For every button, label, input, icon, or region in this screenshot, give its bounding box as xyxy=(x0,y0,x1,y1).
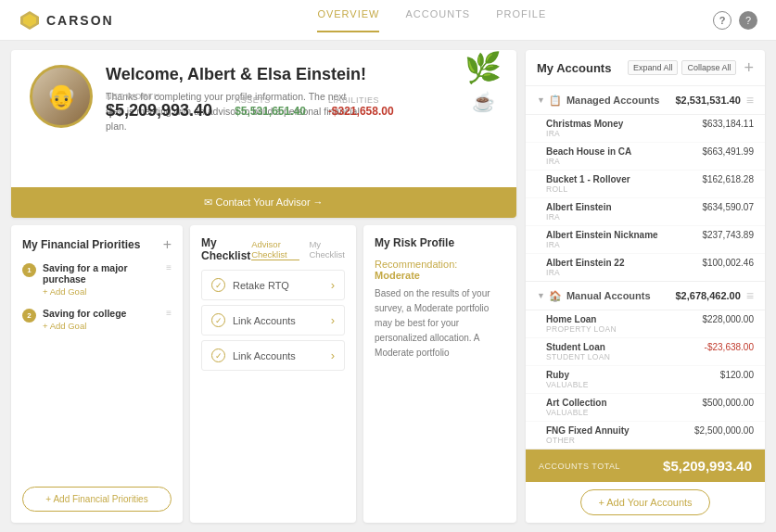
priority-name-1: Saving for a major purchase xyxy=(43,262,159,285)
accounts-plus-icon[interactable]: + xyxy=(744,59,754,76)
priority-add-1[interactable]: + Add Goal xyxy=(43,286,159,297)
financial-priorities-card: My Financial Priorities + 1 Saving for a… xyxy=(11,225,183,523)
header-actions: ? ? xyxy=(713,11,757,30)
add-accounts-btn[interactable]: + Add Your Accounts xyxy=(580,489,709,515)
account-name: Albert Einstein Nickname xyxy=(546,230,658,240)
checklist-item-2[interactable]: ✓ Link Accounts › xyxy=(201,340,345,371)
priority-num-2: 2 xyxy=(22,309,36,323)
account-name: Beach House in CA xyxy=(546,146,631,157)
recommendation-prefix: Recommendation: xyxy=(375,259,457,270)
accounts-header: My Accounts Expand All Collapse All + xyxy=(526,50,765,86)
priority-num-1: 1 xyxy=(22,263,36,277)
contact-advisor-btn[interactable]: ✉ Contact Your Advisor → xyxy=(11,187,516,218)
manual-accounts-icon: 🏠 xyxy=(549,290,562,302)
account-item-art-collection: Art Collection VALUABLE $500,000.00 xyxy=(526,394,765,422)
account-value: $228,000.00 xyxy=(702,314,754,334)
account-item-albert-22: Albert Einstein 22 IRA $100,002.46 xyxy=(526,254,765,282)
account-item-christmas-money: Christmas Money IRA $633,184.11 xyxy=(526,115,765,143)
total-label: ACCOUNTS TOTAL xyxy=(539,462,620,471)
chevron-right-0: › xyxy=(331,278,335,292)
user-icon[interactable]: ? xyxy=(739,11,757,30)
account-name: Albert Einstein xyxy=(546,202,612,212)
priorities-title: My Financial Priorities xyxy=(22,238,140,251)
account-item-beach-house: Beach House in CA IRA $663,491.99 xyxy=(526,143,765,171)
account-sub: IRA xyxy=(546,240,658,249)
checklist-card: My Checklist Advisor Checklist My Checkl… xyxy=(190,225,356,523)
liabilities-label: LIABILITIES xyxy=(328,95,394,105)
checklist-label-2: Link Accounts xyxy=(233,350,296,361)
checklist-item-0[interactable]: ✓ Retake RTQ › xyxy=(201,270,345,300)
assets-value: $5,531,651.40 xyxy=(235,105,306,118)
account-value: $663,491.99 xyxy=(702,146,754,166)
priority-item-1: 1 Saving for a major purchase + Add Goal… xyxy=(22,262,172,297)
collapse-all-btn[interactable]: Collapse All xyxy=(681,60,736,75)
manual-accounts-total: $2,678,462.00 xyxy=(675,290,740,301)
account-sub: IRA xyxy=(546,268,624,277)
priority-add-2[interactable]: + Add Goal xyxy=(43,321,159,331)
risk-description: Based on the results of your survey, a M… xyxy=(375,286,505,361)
nav-profile[interactable]: PROFILE xyxy=(496,8,546,32)
priorities-add-icon[interactable]: + xyxy=(163,236,172,253)
checklist-label-1: Link Accounts xyxy=(233,315,296,326)
left-column: 👴 Welcome, Albert & Elsa Einstein! Thank… xyxy=(11,50,516,523)
account-item-home-loan: Home Loan PROPERTY LOAN $228,000.00 xyxy=(526,310,765,338)
account-item-student-loan: Student Loan STUDENT LOAN -$23,638.00 xyxy=(526,338,765,366)
account-sub: STUDENT LOAN xyxy=(546,352,610,361)
managed-accounts-total: $2,531,531.40 xyxy=(675,95,740,106)
manual-accounts-menu[interactable]: ≡ xyxy=(746,288,754,303)
plant-icon: 🌿 xyxy=(464,50,502,85)
account-sub: OTHER xyxy=(546,436,630,445)
account-name: Student Loan xyxy=(546,342,610,352)
account-value: $162,618.28 xyxy=(702,174,754,194)
tab-advisor-checklist[interactable]: Advisor Checklist xyxy=(251,239,299,260)
coffee-icon: ☕ xyxy=(472,91,495,113)
checklist-tabs: Advisor Checklist My Checklist xyxy=(251,239,345,260)
expand-all-btn[interactable]: Expand All xyxy=(628,60,679,75)
help-icon[interactable]: ? xyxy=(713,11,731,30)
nav-accounts[interactable]: ACCOUNTS xyxy=(405,8,470,32)
bottom-cards: My Financial Priorities + 1 Saving for a… xyxy=(11,225,516,523)
main-nav: OVERVIEW ACCOUNTS PROFILE xyxy=(151,8,713,32)
stats-row: NET WORTH $5,209,993.40 ASSETS $5,531,65… xyxy=(106,92,394,120)
account-value: $237,743.89 xyxy=(702,230,754,249)
welcome-heading: Welcome, Albert & Elsa Einstein! xyxy=(106,65,498,84)
risk-profile-card: My Risk Profile Recommendation: Moderate… xyxy=(363,225,516,523)
account-item-albert-einstein: Albert Einstein IRA $634,590.07 xyxy=(526,198,765,226)
tab-my-checklist[interactable]: My Checklist xyxy=(309,239,345,260)
managed-accounts-group-header: ▼ 📋 Managed Accounts $2,531,531.40 ≡ xyxy=(526,86,765,115)
right-column: My Accounts Expand All Collapse All + ▼ … xyxy=(526,50,765,523)
account-sub: PROPERTY LOAN xyxy=(546,324,617,334)
managed-accounts-menu[interactable]: ≡ xyxy=(746,93,754,108)
managed-accounts-icon: 📋 xyxy=(549,95,562,107)
assets-stat: ASSETS $5,531,651.40 xyxy=(235,95,306,118)
manual-toggle-icon[interactable]: ▼ xyxy=(537,291,545,300)
net-worth-stat: NET WORTH $5,209,993.40 xyxy=(106,92,212,120)
nav-overview[interactable]: OVERVIEW xyxy=(317,8,379,32)
account-name: Ruby xyxy=(546,370,589,380)
risk-recommendation: Recommendation: Moderate xyxy=(375,259,505,281)
check-icon-2: ✓ xyxy=(211,348,225,362)
net-worth-value: $5,209,993.40 xyxy=(106,101,212,120)
net-worth-label: NET WORTH xyxy=(106,92,212,101)
add-financial-priorities-btn[interactable]: + Add Financial Priorities xyxy=(22,487,172,512)
account-name: Albert Einstein 22 xyxy=(546,258,624,268)
checklist-label-0: Retake RTQ xyxy=(233,280,289,291)
accounts-body: ▼ 📋 Managed Accounts $2,531,531.40 ≡ Chr… xyxy=(526,86,765,450)
account-item-albert-nickname: Albert Einstein Nickname IRA $237,743.89 xyxy=(526,226,765,254)
accounts-panel: My Accounts Expand All Collapse All + ▼ … xyxy=(526,50,765,523)
account-value: $100,002.46 xyxy=(702,258,754,277)
logo-icon xyxy=(19,9,41,32)
account-name: Home Loan xyxy=(546,314,617,324)
account-sub: VALUABLE xyxy=(546,380,589,389)
account-item-bucket1: Bucket 1 - Rollover ROLL $162,618.28 xyxy=(526,171,765,198)
decoration: 🌿 ☕ xyxy=(464,50,502,113)
account-value: $633,184.11 xyxy=(702,119,754,138)
managed-toggle-icon[interactable]: ▼ xyxy=(537,95,545,105)
priority-name-2: Saving for college xyxy=(43,308,159,319)
recommendation-value: Moderate xyxy=(375,270,420,281)
total-value: $5,209,993.40 xyxy=(663,458,752,474)
checklist-title: My Checklist xyxy=(201,236,251,262)
checklist-item-1[interactable]: ✓ Link Accounts › xyxy=(201,305,345,336)
account-item-ruby: Ruby VALUABLE $120.00 xyxy=(526,366,765,394)
chevron-right-2: › xyxy=(331,348,335,362)
